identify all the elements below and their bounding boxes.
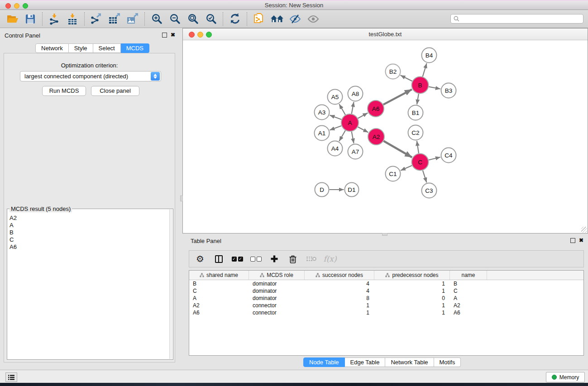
criterion-select[interactable]: largest connected component (directed): [20, 71, 161, 81]
node-C[interactable]: C: [412, 154, 429, 171]
table-cell[interactable]: 1: [374, 288, 450, 294]
edge-A-A3[interactable]: [330, 115, 341, 119]
network-close-button[interactable]: [189, 32, 195, 38]
node-B4[interactable]: B4: [422, 48, 437, 63]
node-D1[interactable]: D1: [345, 183, 359, 197]
network-resize-grip[interactable]: [581, 227, 587, 233]
node-B1[interactable]: B1: [408, 105, 423, 120]
table-cell[interactable]: A: [189, 295, 249, 301]
table-options-button[interactable]: ⚙: [194, 253, 206, 265]
column-header-MCDS-role[interactable]: MCDS role: [249, 271, 305, 280]
table-cell[interactable]: A: [450, 295, 487, 301]
table-cell[interactable]: A6: [450, 310, 487, 316]
table-cell[interactable]: 1: [374, 281, 450, 287]
table-cell[interactable]: 4: [305, 288, 374, 294]
table-cell[interactable]: dominator: [249, 281, 305, 287]
zoom-window-button[interactable]: [23, 3, 28, 9]
table-cell[interactable]: dominator: [249, 288, 305, 294]
tab-node-table[interactable]: Node Table: [303, 357, 345, 367]
edge-A-A1[interactable]: [330, 126, 341, 130]
edge-A2-C[interactable]: [383, 141, 412, 157]
result-item[interactable]: C: [7, 236, 169, 243]
table-cell[interactable]: C: [189, 288, 249, 294]
node-C1[interactable]: C1: [386, 167, 401, 181]
tab-mcds[interactable]: MCDS: [121, 43, 149, 53]
minimize-window-button[interactable]: [14, 3, 19, 9]
table-row[interactable]: A2connector11A2: [189, 302, 583, 309]
table-cell[interactable]: B: [450, 281, 487, 287]
close-window-button[interactable]: [5, 3, 11, 9]
import-table-button[interactable]: [65, 12, 80, 26]
hide-selected-button[interactable]: [287, 12, 303, 26]
table-cell[interactable]: connector: [249, 310, 305, 316]
edge-A-A2[interactable]: [358, 127, 368, 132]
node-C4[interactable]: C4: [441, 148, 456, 163]
tab-network[interactable]: Network: [35, 43, 69, 53]
home-button[interactable]: [269, 12, 285, 26]
export-network-button[interactable]: [89, 12, 104, 26]
edge-C-C2[interactable]: [417, 141, 419, 153]
memory-button[interactable]: Memory: [546, 372, 585, 382]
tab-edge-table[interactable]: Edge Table: [345, 357, 386, 367]
close-panel-icon[interactable]: ✖: [171, 33, 175, 38]
table-row[interactable]: Bdominator41B: [189, 280, 583, 287]
edge-B-B2[interactable]: [401, 75, 412, 81]
table-row[interactable]: Cdominator41C: [189, 287, 583, 295]
edge-B-B4[interactable]: [423, 63, 427, 77]
edge-A-A4[interactable]: [339, 130, 345, 141]
node-D[interactable]: D: [315, 183, 329, 197]
table-cell[interactable]: 8: [305, 295, 374, 301]
column-header-successor-nodes[interactable]: successor nodes: [305, 271, 374, 280]
import-network-button[interactable]: [47, 12, 62, 26]
zoom-in-button[interactable]: [149, 12, 164, 26]
table-row[interactable]: A6connector11A6: [189, 309, 583, 316]
search-box[interactable]: [450, 14, 583, 24]
edge-A-A7[interactable]: [352, 132, 354, 143]
export-image-button[interactable]: [125, 12, 140, 26]
node-A[interactable]: A: [341, 114, 359, 131]
zoom-out-button[interactable]: [167, 12, 182, 26]
result-item[interactable]: A2: [7, 214, 169, 222]
function-builder-button[interactable]: f(x): [324, 253, 336, 265]
network-minimize-button[interactable]: [197, 32, 203, 38]
delete-table-button[interactable]: [305, 253, 318, 265]
node-A3[interactable]: A3: [315, 105, 330, 120]
zoom-selected-button[interactable]: [203, 12, 219, 26]
table-cell[interactable]: dominator: [249, 295, 305, 301]
show-all-button[interactable]: [306, 12, 321, 26]
node-B2[interactable]: B2: [386, 64, 401, 79]
deselect-all-button[interactable]: [249, 253, 262, 265]
close-panel-button[interactable]: Close panel: [91, 86, 139, 96]
table-cell[interactable]: A2: [450, 302, 487, 309]
table-close-icon[interactable]: ✖: [579, 238, 583, 243]
table-cell[interactable]: B: [189, 281, 249, 287]
tab-style[interactable]: Style: [69, 43, 93, 53]
edge-C-C4[interactable]: [429, 157, 440, 160]
result-item[interactable]: A: [7, 222, 169, 229]
node-A4[interactable]: A4: [328, 141, 343, 156]
open-session-button[interactable]: [5, 12, 20, 26]
column-header-name[interactable]: name: [450, 271, 487, 280]
task-history-button[interactable]: [5, 372, 17, 382]
node-B[interactable]: B: [412, 77, 429, 94]
tab-network-table[interactable]: Network Table: [385, 357, 434, 367]
edge-A-A6[interactable]: [358, 113, 368, 119]
network-window-titlebar[interactable]: testGlobe.txt: [183, 29, 588, 40]
table-cell[interactable]: 4: [305, 281, 374, 287]
result-scrollbar[interactable]: [169, 210, 172, 359]
table-cell[interactable]: A2: [189, 302, 249, 309]
apply-layout-button[interactable]: [227, 12, 243, 26]
column-header-shared-name[interactable]: shared name: [189, 271, 249, 280]
mcds-result-list[interactable]: A2ABCA6: [7, 214, 169, 358]
node-A1[interactable]: A1: [315, 126, 330, 141]
table-cell[interactable]: C: [450, 288, 487, 294]
network-from-selection-button[interactable]: [251, 12, 267, 26]
table-body[interactable]: Bdominator41BCdominator41CAdominator80AA…: [189, 280, 583, 316]
node-A6[interactable]: A6: [368, 100, 384, 117]
node-C2[interactable]: C2: [408, 125, 423, 140]
table-cell[interactable]: 0: [374, 295, 450, 301]
run-mcds-button[interactable]: Run MCDS: [42, 86, 86, 96]
tab-motifs[interactable]: Motifs: [434, 357, 461, 367]
network-vertical-scroll-thumb[interactable]: [180, 195, 183, 201]
edge-A-A8[interactable]: [352, 102, 354, 114]
